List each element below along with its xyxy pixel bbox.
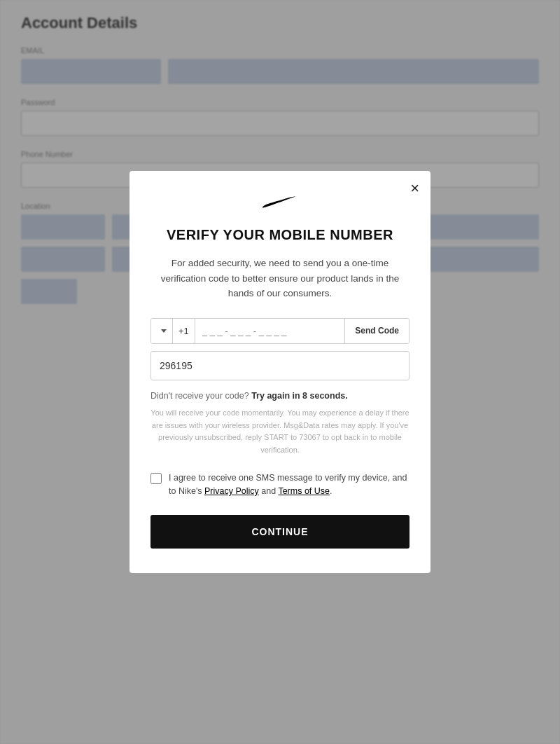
verify-modal: × VERIFY YOUR MOBILE NUMBER For added se… xyxy=(130,171,430,573)
checkbox-text-middle: and xyxy=(259,486,279,496)
code-input-wrapper xyxy=(150,351,410,380)
verification-code-input[interactable] xyxy=(151,352,409,380)
fine-print: You will receive your code momentarily. … xyxy=(150,407,410,456)
sms-agree-checkbox[interactable] xyxy=(150,473,162,484)
nike-swoosh-icon xyxy=(262,192,298,213)
privacy-policy-link[interactable]: Privacy Policy xyxy=(204,486,259,496)
modal-description: For added security, we need to send you … xyxy=(150,256,410,301)
terms-of-use-link[interactable]: Terms of Use xyxy=(278,486,330,496)
country-code: +1 xyxy=(173,319,195,343)
sms-agree-label: I agree to receive one SMS message to ve… xyxy=(169,471,410,498)
sms-agreement-row: I agree to receive one SMS message to ve… xyxy=(150,471,410,498)
phone-input[interactable] xyxy=(195,319,345,343)
chevron-down-icon xyxy=(161,329,167,333)
retry-timer-text: Try again in 8 seconds. xyxy=(251,391,348,401)
modal-title: VERIFY YOUR MOBILE NUMBER xyxy=(150,227,410,243)
retry-row: Didn't receive your code? Try again in 8… xyxy=(150,389,410,401)
send-code-button[interactable]: Send Code xyxy=(344,319,409,343)
phone-row: +1 Send Code xyxy=(150,318,410,344)
retry-text: Didn't receive your code? Try again in 8… xyxy=(150,391,348,401)
checkbox-text-after: . xyxy=(330,486,332,496)
nike-logo xyxy=(150,192,410,216)
country-select-button[interactable] xyxy=(151,319,173,343)
continue-button[interactable]: CONTINUE xyxy=(150,515,410,549)
retry-main-text: Didn't receive your code? xyxy=(150,391,249,401)
close-button[interactable]: × xyxy=(410,181,419,196)
modal-overlay: × VERIFY YOUR MOBILE NUMBER For added se… xyxy=(0,0,560,744)
